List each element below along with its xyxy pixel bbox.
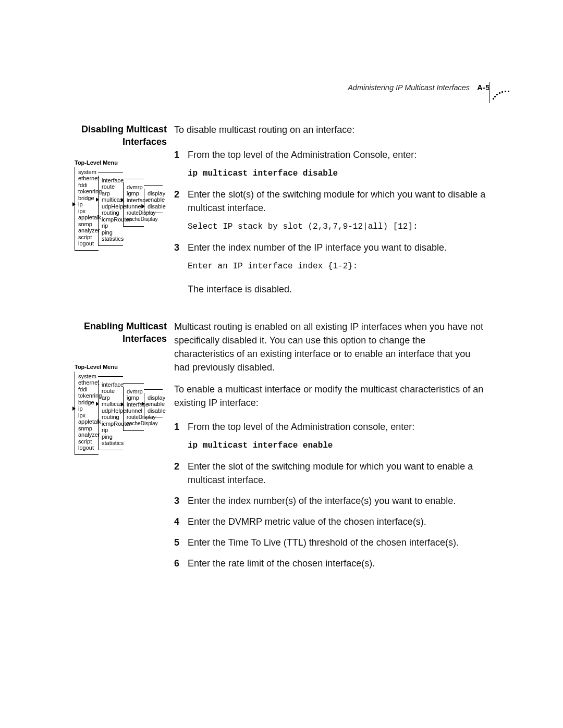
- menu-item: ping: [100, 229, 121, 236]
- step-enable-4: 4 Enter the DVMRP metric value of the ch…: [174, 515, 487, 528]
- menu-item: appletalk: [77, 214, 97, 221]
- menu-item: icmpRouter: [100, 421, 121, 427]
- running-head: Administering IP Multicast Interfaces A-…: [348, 83, 490, 92]
- menu-item: snmp: [77, 425, 97, 432]
- menu-item-selected: multicast: [100, 196, 121, 203]
- menu-item: cacheDisplay: [125, 216, 142, 223]
- menu-item: route: [100, 183, 121, 190]
- step-code: Select IP stack by slot (2,3,7,9-12|all)…: [188, 220, 487, 233]
- menu-col-2: interface route arp multicast udpHelper …: [98, 380, 123, 450]
- step-disable-2: 2 Enter the slot(s) of the switching mod…: [174, 188, 487, 233]
- menu-item: routeDisplay: [125, 414, 142, 421]
- menu-item-selected: interface: [125, 197, 142, 204]
- intro-enable-1: Multicast routing is enabled on all exis…: [174, 322, 483, 373]
- menu-item: routeDisplay: [125, 210, 142, 217]
- step-text: Enter the index number of the IP interfa…: [188, 242, 447, 253]
- menu-item: ethernet: [77, 175, 97, 182]
- step-number: 1: [174, 148, 179, 162]
- menu-item-selected: multicast: [100, 401, 121, 408]
- step-number: 4: [174, 515, 179, 528]
- body-enable: Multicast routing is enabled on all exis…: [167, 320, 487, 575]
- menu-title: Top-Level Menu: [75, 159, 166, 166]
- menu-item: ipx: [77, 208, 97, 215]
- step-enable-2: 2 Enter the slot of the switching module…: [174, 460, 487, 487]
- menu-item: dvmrp: [125, 388, 142, 395]
- content-area: Disabling Multicast Interfaces To disabl…: [73, 123, 490, 575]
- menu-item: interface: [100, 177, 121, 184]
- menu-item: igmp: [125, 394, 142, 401]
- menu-item: udpHelper: [100, 203, 121, 210]
- menu-item: routing: [100, 209, 121, 216]
- menu-item-selected: ip: [77, 405, 97, 412]
- step-number: 3: [174, 241, 179, 254]
- menu-item: cacheDisplay: [125, 421, 142, 427]
- step-text: Enter the slot of the switching module f…: [188, 461, 473, 485]
- menu-item: tunnel: [125, 203, 142, 210]
- menu-col-4-wrap: display enable disable: [144, 372, 163, 418]
- menu-item: system: [77, 373, 97, 380]
- menu-item: ipx: [77, 412, 97, 419]
- menu-title: Top-Level Menu: [75, 364, 166, 371]
- step-text: Enter the rate limit of the chosen inter…: [188, 558, 375, 569]
- menu-item: analyzer: [77, 227, 97, 234]
- step-number: 3: [174, 494, 179, 508]
- step-text: Enter the index number(s) of the interfa…: [188, 496, 456, 506]
- menu-item: logout: [77, 240, 97, 247]
- menu-item: snmp: [77, 221, 97, 228]
- menu-item: arp: [100, 190, 121, 197]
- dot-arc-icon: [489, 82, 511, 103]
- menu-item: display: [146, 190, 161, 197]
- intro-enable-2: To enable a multicast interface or modif…: [174, 384, 483, 408]
- menu-item: bridge: [77, 195, 97, 202]
- menu-diagram-enable: Top-Level Menu system ethernet fddi toke…: [75, 364, 166, 455]
- page-number: A-5: [477, 83, 490, 92]
- menu-item: script: [77, 438, 97, 445]
- menu-diagram-disable: Top-Level Menu system ethernet fddi toke…: [75, 159, 166, 251]
- menu-col-2-wrap: interface route arp multicast udpHelper …: [98, 167, 123, 246]
- menu-item: statistics: [100, 440, 121, 447]
- step-enable-6: 6 Enter the rate limit of the chosen int…: [174, 557, 487, 570]
- intro-disable: To disable multicast routing on an inter…: [167, 123, 487, 296]
- menu-col-1: system ethernet fddi tokenring bridge ip…: [75, 372, 99, 455]
- menu-item: rip: [100, 427, 121, 434]
- menu-item: route: [100, 388, 121, 394]
- step-text: From the top level of the Administration…: [188, 150, 417, 160]
- menu-col-1: system ethernet fddi tokenring bridge ip…: [75, 167, 99, 251]
- step-code: ip multicast interface disable: [188, 167, 487, 180]
- menu-item: rip: [100, 223, 121, 229]
- menu-item: dvmrp: [125, 184, 142, 191]
- step-number: 2: [174, 460, 179, 473]
- menu-item: arp: [100, 394, 121, 401]
- menu-item: tunnel: [125, 408, 142, 414]
- menu-item: fddi: [77, 386, 97, 393]
- intro-disable-text: To disable multicast routing on an inter…: [174, 125, 354, 135]
- step-text: Enter the DVMRP metric value of the chos…: [188, 516, 426, 527]
- step-code: ip multicast interface enable: [188, 439, 487, 452]
- menu-col-4-wrap: display enable disable: [144, 167, 163, 214]
- step-code: Enter an IP interface index {1-2}:: [188, 260, 487, 273]
- menu-item: tokenring: [77, 188, 97, 195]
- menu-item: script: [77, 234, 97, 241]
- step-disable-1: 1 From the top level of the Administrati…: [174, 148, 487, 180]
- menu-item: icmpRouter: [100, 216, 121, 223]
- step-number: 6: [174, 557, 179, 570]
- step-enable-1: 1 From the top level of the Administrati…: [174, 420, 487, 452]
- heading-disable: Disabling Multicast Interfaces: [73, 123, 167, 148]
- step-text: From the top level of the Administration…: [188, 422, 414, 432]
- heading-enable: Enabling Multicast Interfaces: [73, 320, 167, 345]
- menu-item: udpHelper: [100, 408, 121, 414]
- menu-col-3-wrap: dvmrp igmp interface tunnel routeDisplay…: [123, 167, 144, 227]
- menu-col-2-wrap: interface route arp multicast udpHelper …: [98, 372, 123, 450]
- menu-item: bridge: [77, 399, 97, 406]
- step-enable-5: 5 Enter the Time To Live (TTL) threshold…: [174, 536, 487, 549]
- menu-item: system: [77, 169, 97, 176]
- menu-item: display: [146, 394, 161, 401]
- menu-col-3: dvmrp igmp interface tunnel routeDisplay…: [123, 387, 144, 431]
- step-text: Enter the Time To Live (TTL) threshold o…: [188, 537, 459, 548]
- steps-disable: 1 From the top level of the Administrati…: [174, 148, 487, 273]
- menu-item-selected: enable: [146, 401, 161, 408]
- menu-col-4: display enable disable: [144, 393, 163, 418]
- menu-item-selected: disable: [146, 203, 161, 210]
- menu-item-selected: interface: [125, 401, 142, 408]
- menu-item: logout: [77, 445, 97, 451]
